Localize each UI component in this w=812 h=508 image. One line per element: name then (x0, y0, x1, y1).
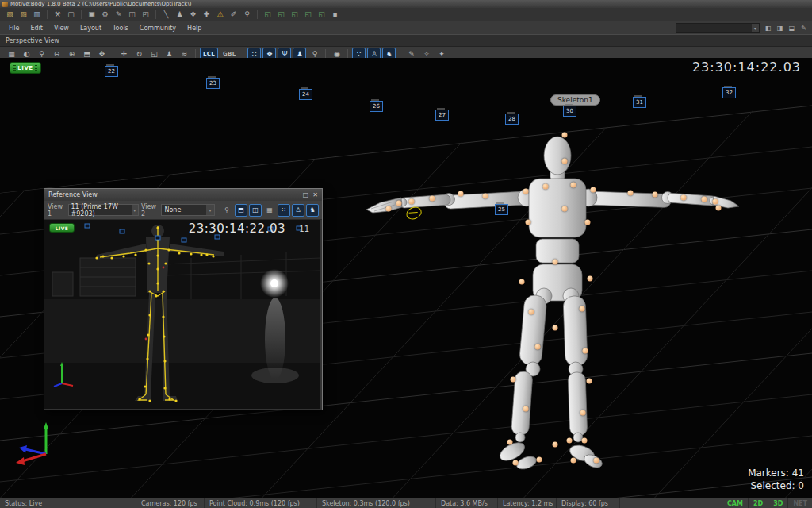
marker-dot[interactable] (553, 325, 558, 331)
dock-left-icon[interactable]: ◧ (763, 24, 773, 33)
rigid-body-icon[interactable]: ❖ (187, 10, 199, 20)
ref-zoom-icon[interactable]: ⚲ (220, 204, 233, 217)
pane-title[interactable]: Perspective View (6, 37, 59, 44)
dock-right-icon[interactable]: ◨ (775, 24, 785, 33)
marker-dot[interactable] (529, 310, 534, 315)
marker-dot[interactable] (571, 458, 576, 464)
marker-dot[interactable] (702, 197, 707, 202)
tools-wrench-icon[interactable]: ⚒ (52, 10, 63, 20)
marker-dot[interactable] (553, 442, 558, 448)
marker-dot[interactable] (591, 187, 596, 193)
camera-badge-23[interactable]: 23 (206, 78, 220, 89)
marker-dot[interactable] (511, 377, 516, 383)
menu-item-layout[interactable]: Layout (75, 24, 107, 33)
marker-dot[interactable] (508, 440, 513, 445)
ref-lock-camera-button[interactable]: ⬒ (235, 204, 247, 217)
window-titlebar[interactable]: Motive:Body 1.8.0 Beta 2 (C:\Users\Publi… (0, 0, 812, 8)
marker-dot[interactable] (583, 348, 588, 354)
view1-select[interactable]: 11 (Prime 17W #9203) ▾ (68, 204, 139, 216)
devices-icon[interactable]: ▣ (86, 10, 98, 20)
marker-dot[interactable] (562, 206, 568, 212)
markerset-icon[interactable]: ✚ (201, 10, 213, 20)
menu-item-edit[interactable]: Edit (25, 24, 48, 33)
marker-dot[interactable] (580, 410, 586, 416)
marker-dot[interactable] (580, 306, 585, 312)
perspective-viewport[interactable]: LIVE 23:30:14:22.03 Skeleton1 2223242627… (0, 58, 812, 498)
open-project-icon[interactable]: ▧ (17, 10, 29, 20)
menu-item-view[interactable]: View (48, 24, 75, 33)
camera-badge-24[interactable]: 24 (299, 89, 312, 100)
marker-dot[interactable] (430, 196, 435, 202)
marker-dot[interactable] (537, 457, 542, 463)
marker-dot[interactable] (653, 192, 658, 198)
marker-dot[interactable] (681, 195, 687, 201)
view2-select[interactable]: None ▾ (161, 204, 215, 216)
camera-badge-32[interactable]: 32 (722, 87, 736, 98)
edit-layout-icon[interactable]: ✎ (799, 24, 809, 33)
status-indicator-cam[interactable]: CAM (722, 498, 748, 508)
marker-dot[interactable] (513, 460, 519, 466)
warning-icon[interactable]: ⚠ (214, 10, 226, 20)
assets-panel-icon[interactable]: ◱ (302, 10, 314, 20)
menu-item-help[interactable]: Help (182, 24, 207, 33)
camera-badge-31[interactable]: 31 (633, 97, 646, 108)
layout-window-icon[interactable]: ▢ (65, 10, 77, 20)
ref-show-markers-button[interactable]: ∷ (278, 204, 290, 217)
marker-dot[interactable] (519, 279, 525, 285)
marker-dot[interactable] (582, 438, 588, 444)
info-panel-icon[interactable]: ◱ (316, 10, 327, 20)
measure-icon[interactable]: ✐ (228, 10, 239, 20)
marker-dot[interactable] (585, 220, 591, 225)
marker-dot[interactable] (594, 458, 599, 464)
camera-badge-26[interactable]: 26 (370, 101, 383, 112)
maximize-icon[interactable]: □ (303, 191, 309, 198)
capture-icon[interactable]: ◫ (126, 10, 138, 20)
marker-dot[interactable] (587, 379, 592, 384)
marker-dot[interactable] (562, 133, 568, 138)
marker-dot[interactable] (588, 276, 593, 282)
ref-show-labels-button[interactable]: ♙ (292, 204, 304, 217)
menu-item-file[interactable]: File (3, 24, 25, 33)
marker-dot[interactable] (483, 194, 488, 199)
menu-item-tools[interactable]: Tools (107, 24, 134, 33)
marker-dot[interactable] (409, 199, 415, 205)
camera-badge-25[interactable]: 25 (495, 204, 508, 215)
camera-badge-22[interactable]: 22 (105, 66, 118, 77)
marker-dot[interactable] (396, 201, 402, 206)
perspective-panel-icon[interactable]: ◱ (275, 10, 287, 20)
quick-search-combo[interactable]: ▾ (676, 23, 760, 33)
data-streaming-icon[interactable]: ◰ (140, 10, 151, 20)
camera-badge-28[interactable]: 28 (505, 114, 519, 125)
ref-live-badge[interactable]: LIVE (49, 223, 75, 233)
marker-dot[interactable] (716, 206, 722, 211)
marker-dot[interactable] (562, 159, 568, 164)
marker-dot[interactable] (567, 438, 573, 444)
marker-dot[interactable] (386, 206, 392, 212)
devices-panel-icon[interactable]: ◱ (289, 10, 301, 20)
camera-preview-panel-icon[interactable]: ◱ (262, 10, 274, 20)
skeleton-model[interactable] (366, 137, 739, 471)
marker-dot[interactable] (458, 191, 464, 197)
marker-dot[interactable] (571, 183, 576, 188)
live-badge[interactable]: LIVE (10, 62, 41, 74)
marker-dot[interactable] (553, 260, 558, 265)
camera-settings-icon[interactable]: ⚙ (99, 10, 111, 20)
camera-badge-27[interactable]: 27 (435, 110, 449, 121)
skeleton-name-label[interactable]: Skeleton1 (550, 94, 600, 106)
status-indicator-3d[interactable]: 3D (768, 498, 787, 508)
probe-icon[interactable]: ⚲ (241, 10, 253, 20)
toolbar-overflow-icon[interactable]: ▪ (329, 10, 341, 20)
ref-grid-button[interactable]: ▦ (263, 204, 276, 217)
marker-dot[interactable] (526, 220, 531, 225)
marker-dot[interactable] (628, 190, 634, 196)
marker-dot[interactable] (713, 199, 718, 205)
ref-show-sticks-button[interactable]: ♞ (306, 204, 319, 217)
reference-view-titlebar[interactable]: Reference View □ ✕ (44, 189, 322, 201)
status-indicator-net[interactable]: NET (787, 498, 812, 508)
dock-bottom-icon[interactable]: ⬓ (787, 24, 797, 33)
pointer-icon[interactable]: ╲ (160, 10, 172, 20)
ref-split-view-button[interactable]: ◫ (249, 204, 262, 217)
marker-dot[interactable] (523, 406, 529, 412)
close-icon[interactable]: ✕ (312, 191, 318, 198)
status-indicator-2d[interactable]: 2D (748, 498, 768, 508)
